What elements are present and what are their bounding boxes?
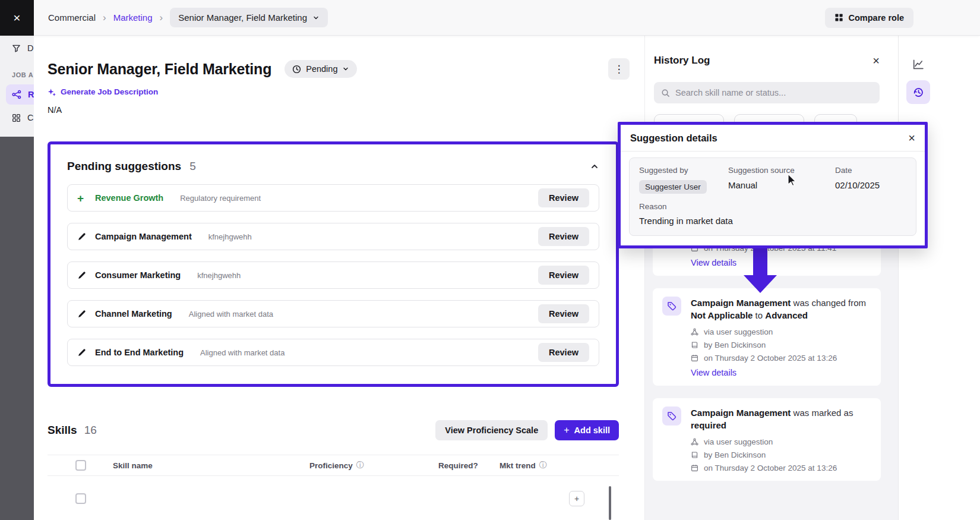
pencil-icon	[77, 348, 89, 357]
close-icon[interactable]: ×	[908, 132, 915, 144]
sidebar-item-label: R	[28, 90, 34, 99]
row-add-button[interactable]: +	[569, 491, 584, 506]
plus-icon: +	[564, 426, 569, 435]
history-entry: Campaign Management was changed from Not…	[653, 288, 881, 386]
search-icon	[661, 89, 670, 97]
right-icon-rail	[898, 36, 980, 520]
suggestion-row: + Revenue Growth Regulatory requirement …	[67, 184, 599, 212]
review-button[interactable]: Review	[538, 343, 589, 362]
history-log-button[interactable]	[906, 80, 930, 104]
top-bar: × Commercial › Marketing › Senior Manage…	[0, 0, 980, 36]
chevron-down-icon	[342, 65, 349, 73]
tag-icon	[662, 297, 681, 316]
history-entry: Campaign Management was marked as requir…	[653, 398, 881, 481]
sparkle-icon	[48, 88, 56, 96]
reason-value: Trending in market data	[639, 216, 906, 226]
review-button[interactable]: Review	[538, 227, 589, 246]
left-sidebar-clipped: D JOB A R C	[0, 36, 34, 520]
suggestion-source-value: Manual	[728, 180, 835, 190]
page-title: Senior Manager, Field Marketing	[48, 61, 271, 78]
generate-job-description-label: Generate Job Description	[61, 87, 158, 96]
popup-title: Suggestion details	[630, 133, 717, 144]
collapse-chevron-icon[interactable]	[590, 162, 599, 171]
review-button[interactable]: Review	[538, 188, 589, 207]
suggestion-note: Aligned with market data	[189, 310, 273, 319]
view-proficiency-scale-button[interactable]: View Proficiency Scale	[435, 420, 548, 440]
sidebar-item-roles[interactable]: R	[6, 84, 34, 105]
close-icon[interactable]: ×	[872, 55, 880, 67]
sidebar-scrim	[0, 137, 34, 520]
suggestion-note: kfnejhgwehh	[208, 232, 252, 241]
breadcrumb-marketing[interactable]: Marketing	[113, 12, 153, 23]
close-panel-button[interactable]: ×	[0, 0, 34, 36]
suggestion-details-card: Suggested by Suggester User Suggestion s…	[629, 157, 916, 236]
entry-title: Campaign Management was marked as requir…	[691, 406, 871, 431]
tag-icon	[662, 406, 681, 426]
annotation-arrow	[744, 245, 777, 293]
suggestion-skill-name: Channel Marketing	[95, 309, 172, 319]
compare-role-button[interactable]: Compare role	[825, 8, 913, 28]
history-search-input[interactable]	[675, 88, 872, 97]
generate-job-description-link[interactable]: Generate Job Description	[48, 87, 158, 96]
pencil-icon	[77, 232, 89, 241]
view-details-link[interactable]: View details	[691, 368, 736, 377]
column-skill-name: Skill name	[113, 461, 153, 470]
role-description: N/A	[48, 105, 630, 115]
suggestion-row: End to End Marketing Aligned with market…	[67, 339, 599, 366]
line-chart-icon	[913, 59, 924, 70]
suggestion-skill-name: End to End Marketing	[95, 348, 184, 357]
user-icon	[691, 451, 698, 459]
skills-title: Skills	[48, 424, 77, 437]
breadcrumb: Commercial › Marketing › Senior Manager,…	[48, 8, 328, 27]
suggestion-row: Campaign Management kfnejhgwehh Review	[67, 223, 599, 250]
reason-label: Reason	[639, 202, 906, 211]
entry-title: Campaign Management was changed from Not…	[691, 297, 871, 322]
status-badge: Pending	[306, 64, 337, 74]
sidebar-item-d[interactable]: D	[0, 39, 34, 57]
hierarchy-icon	[12, 90, 21, 99]
add-skill-button[interactable]: + Add skill	[555, 420, 619, 440]
sidebar-section-label: JOB A	[0, 71, 34, 78]
suggestion-row: Consumer Marketing kfnejhgwehh Review	[67, 261, 599, 289]
funnel-icon	[12, 44, 21, 53]
view-details-link[interactable]: View details	[691, 258, 736, 267]
role-selector-label: Senior Manager, Field Marketing	[178, 12, 307, 23]
history-search[interactable]	[654, 82, 880, 103]
breadcrumb-commercial[interactable]: Commercial	[48, 12, 96, 23]
pencil-icon	[77, 310, 89, 319]
chevron-right-icon: ›	[103, 12, 106, 23]
suggestion-source-icon	[691, 328, 698, 336]
more-options-button[interactable]: ⋮	[608, 58, 630, 80]
user-icon	[691, 341, 698, 349]
row-checkbox[interactable]	[75, 493, 86, 504]
skills-table-header: Skill name Proficiency ⓘ Required? Mkt t…	[48, 455, 619, 476]
suggestion-note: Aligned with market data	[200, 348, 284, 357]
market-trend-chart-button[interactable]	[906, 52, 930, 76]
date-value: 02/10/2025	[835, 180, 906, 190]
suggestion-note: Regulatory requirement	[180, 194, 261, 203]
review-button[interactable]: Review	[538, 266, 589, 285]
scrollbar[interactable]	[609, 486, 611, 520]
suggestion-source-label: Suggestion source	[728, 166, 835, 175]
sidebar-item-label: D	[27, 43, 33, 53]
skills-count: 16	[84, 424, 97, 437]
info-icon[interactable]: ⓘ	[356, 460, 364, 471]
close-icon: ×	[13, 11, 20, 25]
suggestion-skill-name: Campaign Management	[95, 232, 192, 241]
select-all-checkbox[interactable]	[75, 460, 86, 471]
status-dropdown[interactable]: Pending	[284, 60, 357, 78]
column-mkt-trend: Mkt trend	[500, 461, 536, 470]
suggested-by-label: Suggested by	[639, 166, 728, 175]
clock-icon	[292, 65, 301, 74]
review-button[interactable]: Review	[538, 304, 589, 323]
info-icon[interactable]: ⓘ	[539, 460, 547, 471]
entry-date: on Thursday 2 October 2025 at 13:26	[704, 354, 837, 363]
sidebar-item-label: C	[27, 113, 33, 122]
suggestion-details-popup: Suggestion details × Suggested by Sugges…	[618, 122, 928, 248]
suggested-by-value: Suggester User	[639, 180, 707, 194]
entry-author: by Ben Dickinson	[704, 341, 766, 349]
role-selector[interactable]: Senior Manager, Field Marketing	[170, 8, 328, 27]
sidebar-item-c[interactable]: C	[0, 109, 34, 127]
table-row: +	[48, 487, 619, 510]
plus-icon: +	[77, 193, 89, 204]
